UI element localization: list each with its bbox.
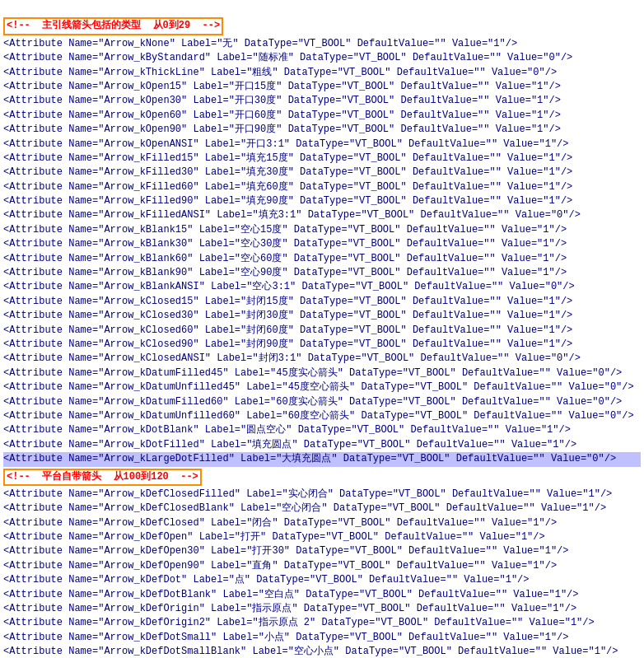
attribute-line: <Attribute Name="Arrow_kOpen15" Label="开…: [3, 80, 641, 94]
comment-line: <!-- 主引线箭头包括的类型 从0到29 -->: [3, 17, 223, 35]
attribute-line: <Attribute Name="Arrow_kDefOpen" Label="…: [3, 530, 641, 544]
attribute-line: <Attribute Name="Arrow_kClosed90" Label=…: [3, 338, 641, 352]
attribute-line: <Attribute Name="Arrow_kBlank15" Label="…: [3, 223, 641, 237]
attribute-line: <Attribute Name="Arrow_kClosed60" Label=…: [3, 324, 641, 338]
attribute-line: <Attribute Name="Arrow_kBlank60" Label="…: [3, 252, 641, 266]
attribute-line: <Attribute Name="Arrow_kDefOpen30" Label…: [3, 544, 641, 558]
attribute-line: <Attribute Name="Arrow_kDotFilled" Label…: [3, 438, 641, 452]
code-container: <!-- 主引线箭头包括的类型 从0到29 --><Attribute Name…: [0, 0, 644, 658]
attribute-line: <Attribute Name="Arrow_kDotBlank" Label=…: [3, 423, 641, 437]
attribute-line: <Attribute Name="Arrow_kThickLine" Label…: [3, 66, 641, 80]
attribute-line: <Attribute Name="Arrow_kDatumUnfilled60"…: [3, 409, 641, 423]
attribute-line: <Attribute Name="Arrow_kDefDotSmall" Lab…: [3, 631, 641, 645]
attribute-line: <Attribute Name="Arrow_kClosedANSI" Labe…: [3, 352, 641, 366]
attribute-line: <Attribute Name="Arrow_kFilledANSI" Labe…: [3, 208, 641, 222]
attribute-line: <Attribute Name="Arrow_kFilled15" Label=…: [3, 152, 641, 166]
attribute-line: <Attribute Name="Arrow_kDefClosedFilled"…: [3, 488, 641, 502]
attribute-line: <Attribute Name="Arrow_kDatumFilled60" L…: [3, 395, 641, 409]
attribute-line: <Attribute Name="Arrow_kDefClosed" Label…: [3, 516, 641, 530]
attribute-line: <Attribute Name="Arrow_kClosed30" Label=…: [3, 309, 641, 323]
attribute-line: <Attribute Name="Arrow_kFilled30" Label=…: [3, 166, 641, 180]
attribute-line: <Attribute Name="Arrow_kDefDotBlank" Lab…: [3, 588, 641, 602]
attribute-line: <Attribute Name="Arrow_kDefDotSmallBlank…: [3, 645, 641, 658]
attribute-line: <Attribute Name="Arrow_kDefOrigin2" Labe…: [3, 616, 641, 630]
attribute-line: <Attribute Name="Arrow_kOpenANSI" Label=…: [3, 138, 641, 152]
attribute-line: <Attribute Name="Arrow_kByStandard" Labe…: [3, 51, 641, 65]
attribute-line: <Attribute Name="Arrow_kDatumUnfilled45"…: [3, 380, 641, 394]
comment-line: <!-- 平台自带箭头 从100到120 -->: [3, 469, 202, 486]
attribute-line: <Attribute Name="Arrow_kDefDot" Label="点…: [3, 573, 641, 587]
attribute-line: <Attribute Name="Arrow_kOpen90" Label="开…: [3, 123, 641, 137]
attribute-line: <Attribute Name="Arrow_kDatumFilled45" L…: [3, 366, 641, 380]
attribute-line: <Attribute Name="Arrow_kFilled90" Label=…: [3, 194, 641, 208]
attribute-line: <Attribute Name="Arrow_kBlank90" Label="…: [3, 266, 641, 280]
attribute-line: <Attribute Name="Arrow_kOpen30" Label="开…: [3, 94, 641, 108]
attribute-line: <Attribute Name="Arrow_kBlankANSI" Label…: [3, 280, 641, 294]
attribute-line: <Attribute Name="Arrow_kDefOrigin" Label…: [3, 602, 641, 616]
attribute-line: <Attribute Name="Arrow_kBlank30" Label="…: [3, 237, 641, 251]
attribute-line: <Attribute Name="Arrow_kDefClosedBlank" …: [3, 502, 641, 516]
attribute-line: <Attribute Name="Arrow_kFilled60" Label=…: [3, 180, 641, 194]
attribute-line: <Attribute Name="Arrow_kClosed15" Label=…: [3, 295, 641, 309]
attribute-line: <Attribute Name="Arrow_kOpen60" Label="开…: [3, 109, 641, 123]
attribute-line: <Attribute Name="Arrow_kDefOpen90" Label…: [3, 559, 641, 573]
attribute-line: <Attribute Name="Arrow_kLargeDotFilled" …: [3, 452, 641, 466]
attribute-line: <Attribute Name="Arrow_kNone" Label="无" …: [3, 37, 641, 51]
